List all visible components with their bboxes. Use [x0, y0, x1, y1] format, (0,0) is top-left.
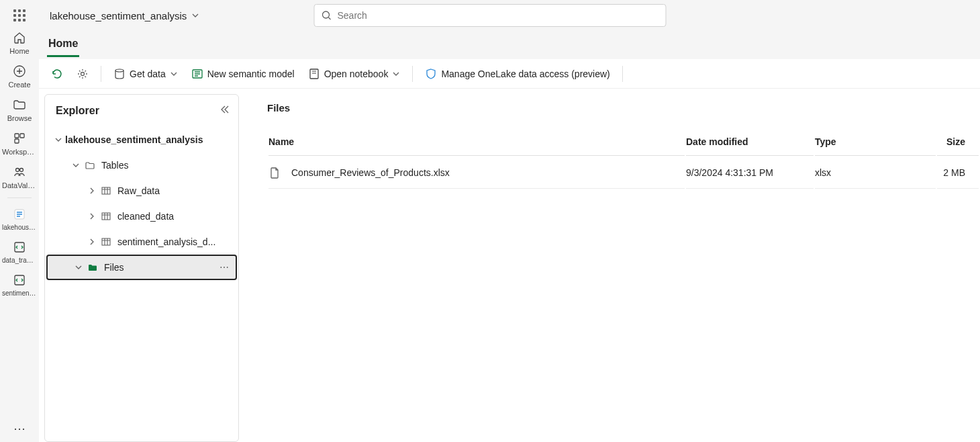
- collapse-explorer-button[interactable]: [219, 104, 230, 118]
- tree-table-item[interactable]: Raw_data: [45, 178, 238, 204]
- chevron-down-icon: [170, 70, 178, 78]
- notebook-icon: [13, 273, 26, 287]
- table-icon: [99, 211, 113, 222]
- file-size: 2 MB: [937, 157, 979, 189]
- svg-rect-2: [20, 134, 24, 138]
- svg-rect-1: [15, 134, 19, 138]
- refresh-button[interactable]: [46, 64, 68, 84]
- home-icon: [13, 31, 26, 44]
- chevron-right-icon: [85, 187, 99, 195]
- tree-table-item[interactable]: sentiment_analysis_d...: [45, 229, 238, 255]
- tree-files-node[interactable]: Files ⋯: [46, 255, 237, 280]
- chevron-down-icon: [69, 161, 83, 169]
- svg-rect-15: [102, 213, 110, 220]
- file-row[interactable]: Consumer_Reviews_of_Products.xlsx 9/3/20…: [268, 157, 979, 189]
- folder-icon: [83, 160, 97, 171]
- model-icon: [191, 68, 203, 80]
- tree-tables-node[interactable]: Tables: [45, 152, 238, 178]
- nav-workspaces[interactable]: Workspaces: [0, 126, 39, 160]
- chevron-right-icon: [85, 212, 99, 220]
- search-box[interactable]: [314, 4, 667, 27]
- chevron-down-icon: [52, 136, 65, 144]
- folder-open-icon: [85, 262, 100, 273]
- ellipsis-icon: ⋯: [13, 422, 26, 435]
- col-header-date[interactable]: Date modified: [686, 131, 814, 156]
- open-notebook-button[interactable]: Open notebook: [303, 64, 406, 84]
- tree-root[interactable]: lakehouse_sentiment_analysis: [45, 127, 238, 152]
- nav-browse[interactable]: Browse: [0, 93, 39, 126]
- nav-lakehouse-item[interactable]: lakehouse_sentiment_...: [0, 202, 39, 235]
- file-type: xlsx: [815, 157, 936, 189]
- tree-files-label: Files: [104, 262, 124, 273]
- settings-button[interactable]: [71, 64, 94, 84]
- tree-tables-label: Tables: [101, 160, 128, 171]
- table-icon: [99, 185, 113, 196]
- nav-browse-label: Browse: [7, 114, 32, 122]
- file-table: Name Date modified Type Size Consumer_Re…: [267, 130, 980, 190]
- svg-rect-13: [310, 69, 318, 79]
- tree-table-label: sentiment_analysis_d...: [117, 236, 215, 247]
- chevron-right-icon: [85, 238, 99, 246]
- manage-access-label: Manage OneLake data access (preview): [441, 69, 609, 79]
- manage-onelake-access-button[interactable]: Manage OneLake data access (preview): [420, 64, 615, 84]
- get-data-label: Get data: [130, 69, 166, 79]
- nav-sentiment-analysis[interactable]: sentiment_analysis: [0, 268, 39, 301]
- explorer-title: Explorer: [56, 105, 99, 117]
- search-icon: [322, 10, 332, 21]
- chevron-down-icon: [392, 70, 400, 78]
- rail-divider: [7, 197, 32, 198]
- col-header-type[interactable]: Type: [815, 131, 936, 156]
- new-semantic-model-label: New semantic model: [207, 69, 295, 79]
- svg-point-4: [16, 169, 19, 172]
- waffle-icon: [13, 9, 26, 21]
- nav-lakehouse-label: lakehouse_sentiment_...: [2, 224, 37, 231]
- nav-datavalue-label: DataValue_Workspace: [2, 181, 37, 189]
- tree-table-item[interactable]: cleaned_data: [45, 204, 238, 229]
- gear-icon: [77, 68, 89, 80]
- svg-point-9: [323, 11, 330, 18]
- table-icon: [99, 236, 113, 247]
- nav-datavalue-workspace[interactable]: DataValue_Workspace: [0, 160, 39, 193]
- breadcrumb[interactable]: lakehouse_sentiment_analysis: [44, 10, 200, 21]
- file-pane: Files Name Date modified Type Size: [239, 89, 980, 442]
- tab-row: Home: [39, 31, 980, 59]
- database-icon: [113, 68, 126, 80]
- nav-home[interactable]: Home: [0, 26, 39, 59]
- toolbar-separator: [622, 66, 623, 82]
- nav-data-transformation[interactable]: data_transformation: [0, 235, 39, 268]
- svg-point-5: [20, 169, 23, 172]
- explorer-tree: lakehouse_sentiment_analysis Tables Raw_…: [45, 127, 238, 280]
- get-data-button[interactable]: Get data: [108, 64, 183, 84]
- nav-more[interactable]: ⋯: [0, 416, 39, 442]
- explorer-panel: Explorer lakehouse_sentiment_analysis Ta…: [44, 94, 239, 442]
- nav-create[interactable]: Create: [0, 59, 39, 93]
- search-input[interactable]: [338, 10, 659, 21]
- open-notebook-label: Open notebook: [324, 69, 389, 79]
- toolbar: Get data New semantic model Open noteboo…: [39, 59, 980, 89]
- new-semantic-model-button[interactable]: New semantic model: [186, 64, 300, 84]
- tab-home[interactable]: Home: [47, 31, 79, 57]
- filepane-title: Files: [267, 102, 980, 114]
- refresh-icon: [51, 68, 63, 80]
- toolbar-separator: [101, 66, 101, 82]
- chevron-double-left-icon: [219, 104, 230, 115]
- file-name: Consumer_Reviews_of_Products.xlsx: [291, 167, 450, 178]
- app-launcher-button[interactable]: [0, 4, 39, 26]
- toolbar-separator: [412, 66, 413, 82]
- file-icon: [268, 167, 281, 179]
- workspaces-icon: [13, 132, 26, 145]
- tree-table-label: cleaned_data: [117, 211, 174, 222]
- svg-rect-3: [15, 139, 19, 143]
- lakehouse-icon: [13, 208, 26, 221]
- nav-workspaces-label: Workspaces: [2, 148, 37, 156]
- col-header-size[interactable]: Size: [937, 131, 979, 156]
- col-header-name[interactable]: Name: [268, 131, 685, 156]
- nav-create-label: Create: [8, 81, 30, 89]
- nav-sentiment-label: sentiment_analysis: [2, 290, 37, 297]
- chevron-down-icon: [72, 263, 85, 271]
- tree-table-label: Raw_data: [117, 185, 160, 196]
- nav-home-label: Home: [9, 47, 29, 55]
- svg-rect-16: [102, 238, 110, 245]
- nav-data-transformation-label: data_transformation: [2, 257, 37, 264]
- more-actions-button[interactable]: ⋯: [219, 262, 229, 273]
